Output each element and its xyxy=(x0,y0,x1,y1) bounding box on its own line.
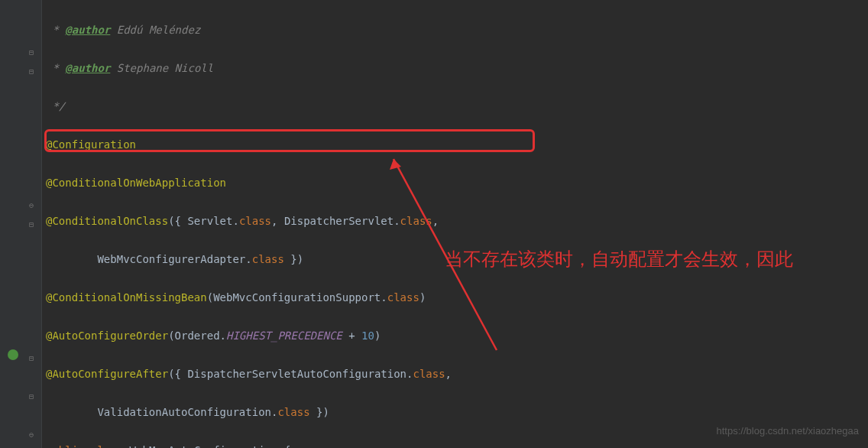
code-line: WebMvcConfigurerAdapter.class }) xyxy=(46,250,868,269)
code-line: @ConditionalOnWebApplication xyxy=(46,174,868,193)
code-line: */ xyxy=(46,97,868,116)
code-line: * @author Eddú Meléndez xyxy=(46,21,868,40)
fold-icon[interactable]: ⊟ xyxy=(29,349,34,368)
fold-icon[interactable]: ⊖ xyxy=(29,196,34,215)
code-line: @Configuration xyxy=(46,135,868,154)
code-line: public class WebMvcAutoConfiguration { xyxy=(46,441,868,448)
gutter: ⊟ ⊟ ⊖ ⊟ ⊟ ⊟ ⊖ xyxy=(0,0,42,448)
fold-icon[interactable]: ⊟ xyxy=(29,43,34,62)
fold-icon[interactable]: ⊟ xyxy=(29,387,34,406)
watermark: https://blog.csdn.net/xiaozhegaa xyxy=(717,421,859,440)
code-line: ValidationAutoConfiguration.class }) xyxy=(46,403,868,422)
gutter-marker-icon[interactable] xyxy=(8,349,18,360)
fold-icon[interactable]: ⊟ xyxy=(29,215,34,234)
code-line: @AutoConfigureOrder(Ordered.HIGHEST_PREC… xyxy=(46,326,868,346)
code-line: * @author Stephane Nicoll xyxy=(46,59,868,78)
code-editor[interactable]: * @author Eddú Meléndez * @author Stepha… xyxy=(46,0,868,448)
fold-icon[interactable]: ⊖ xyxy=(29,425,34,444)
code-line: @AutoConfigureAfter({ DispatcherServletA… xyxy=(46,365,868,384)
fold-icon[interactable]: ⊟ xyxy=(29,62,34,81)
code-line: @ConditionalOnClass({ Servlet.class, Dis… xyxy=(46,212,868,231)
code-line: @ConditionalOnMissingBean(WebMvcConfigur… xyxy=(46,288,868,307)
